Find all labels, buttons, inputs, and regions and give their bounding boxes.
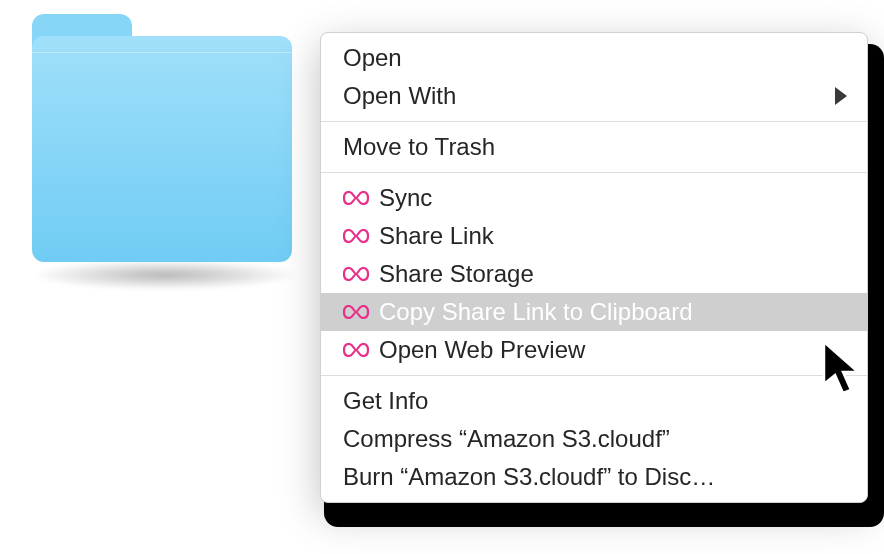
menu-trash-label: Move to Trash [343,133,845,161]
menu-sync[interactable]: Sync [321,179,867,217]
menu-copy-share-link-label: Copy Share Link to Clipboard [379,298,845,326]
menu-divider [321,172,867,173]
menu-share-storage[interactable]: Share Storage [321,255,867,293]
folder-shadow [30,260,300,290]
infinity-icon [343,229,373,243]
menu-open-web-preview-label: Open Web Preview [379,336,845,364]
menu-open-with[interactable]: Open With [321,77,867,115]
menu-move-to-trash[interactable]: Move to Trash [321,128,867,166]
menu-open-web-preview[interactable]: Open Web Preview [321,331,867,369]
menu-divider [321,121,867,122]
infinity-icon [343,343,373,357]
menu-open[interactable]: Open [321,39,867,77]
menu-get-info-label: Get Info [343,387,845,415]
context-menu: Open Open With Move to Trash Sync Share … [320,32,868,503]
infinity-icon [343,305,373,319]
menu-burn[interactable]: Burn “Amazon S3.cloudf” to Disc… [321,458,867,496]
menu-open-label: Open [343,44,845,72]
menu-share-link-label: Share Link [379,222,845,250]
menu-share-link[interactable]: Share Link [321,217,867,255]
menu-copy-share-link[interactable]: Copy Share Link to Clipboard [321,293,867,331]
infinity-icon [343,191,373,205]
infinity-icon [343,267,373,281]
menu-share-storage-label: Share Storage [379,260,845,288]
menu-divider [321,375,867,376]
submenu-arrow-icon [835,87,847,105]
menu-sync-label: Sync [379,184,845,212]
menu-open-with-label: Open With [343,82,845,110]
menu-get-info[interactable]: Get Info [321,382,867,420]
folder-icon[interactable] [32,42,292,262]
menu-compress-label: Compress “Amazon S3.cloudf” [343,425,845,453]
folder-body [32,36,292,262]
menu-compress[interactable]: Compress “Amazon S3.cloudf” [321,420,867,458]
menu-burn-label: Burn “Amazon S3.cloudf” to Disc… [343,463,845,491]
